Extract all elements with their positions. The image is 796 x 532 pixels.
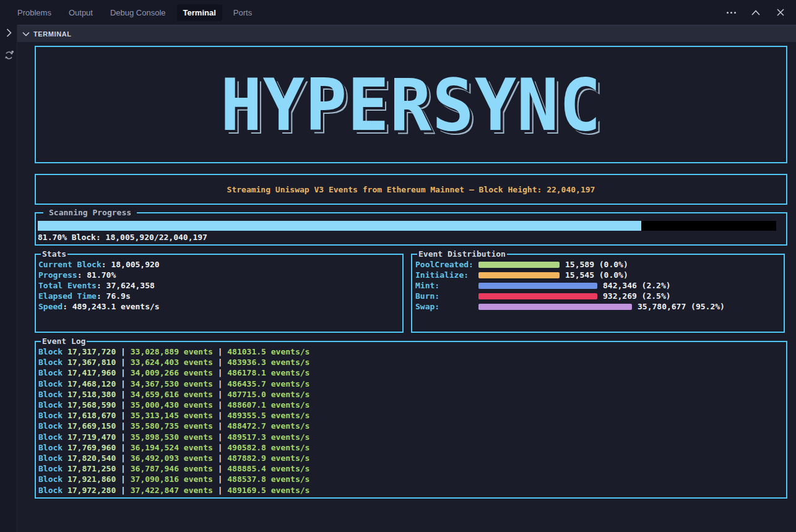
scanning-progress-box: Scanning Progress 81.70% Block: 18,005,9… [35,212,787,246]
log-row: Block 17,568,590 | 35,000,430 events | 4… [38,400,309,410]
terminal-section-title: TERMINAL [33,30,72,38]
banner-box: HYPERSYNC [35,46,787,163]
event-distribution-title: Event Distribution [417,249,507,259]
panel-tabs: Problems Output Debug Console Terminal P… [0,4,258,21]
event-log-list: Block 17,317,720 | 33,028,889 events | 4… [38,346,309,496]
distribution-row: PoolCreated: 15,589 (0.0%) [415,259,782,270]
log-row: Block 17,820,540 | 36,492,093 events | 4… [38,453,309,463]
progress-bar-fill [38,221,641,231]
tab-terminal[interactable]: Terminal [177,4,222,21]
chevron-down-icon[interactable] [22,32,30,36]
distribution-bar [478,272,560,278]
panel-tabbar: Problems Output Debug Console Terminal P… [0,0,796,25]
stat-row: Elapsed Time: 76.9s [38,291,160,301]
event-log-box: Event Log Block 17,317,720 | 33,028,889 … [35,341,787,499]
terminal-viewport[interactable]: HYPERSYNC Streaming Uniswap V3 Events fr… [17,42,796,532]
log-row: Block 17,871,250 | 36,787,946 events | 4… [38,463,309,474]
log-row: Block 17,921,860 | 37,090,816 events | 4… [38,474,309,484]
log-row: Block 17,669,150 | 35,580,735 events | 4… [38,421,309,431]
distribution-bar [478,283,597,289]
tab-problems[interactable]: Problems [11,4,58,21]
sync-arrows-icon[interactable] [0,47,17,63]
stat-row: Progress: 81.70% [38,270,160,280]
distribution-row: Burn: 932,269 (2.5%) [415,291,782,301]
scanning-progress-title: Scanning Progress [43,208,137,218]
log-row: Block 17,468,120 | 34,367,530 events | 4… [38,379,309,389]
ascii-banner-title: HYPERSYNC [220,69,602,140]
stats-box: Stats Current Block: 18,005,920 Progress… [35,254,404,333]
close-panel-icon[interactable] [772,4,789,20]
stat-row: Speed: 489,243.1 events/s [38,301,160,312]
stat-row: Total Events: 37,624,358 [38,280,160,291]
tab-ports[interactable]: Ports [227,4,258,21]
event-log-title: Event Log [41,337,87,346]
log-row: Block 17,618,670 | 35,313,145 events | 4… [38,410,309,421]
chevron-right-icon[interactable] [0,25,17,41]
panel-controls [723,0,789,25]
distribution-row: Mint: 842,346 (2.2%) [415,280,782,291]
progress-label: 81.70% Block: 18,005,920/22,040,197 [38,233,207,242]
more-actions-icon[interactable] [723,4,739,20]
stat-row: Current Block: 18,005,920 [38,259,160,270]
distribution-row: Swap: 35,780,677 (95.2%) [415,301,782,312]
distribution-bar [478,304,632,310]
log-row: Block 17,367,810 | 33,624,403 events | 4… [38,357,309,367]
terminal-section-header: TERMINAL [17,25,796,42]
event-distribution-list: PoolCreated: 15,589 (0.0%) Initialize: 1… [415,259,782,312]
stats-title: Stats [41,249,67,259]
tab-debug-console[interactable]: Debug Console [104,4,172,21]
progress-bar-track [38,221,776,231]
tab-output[interactable]: Output [63,4,99,21]
log-row: Block 17,417,960 | 34,009,266 events | 4… [38,367,309,378]
log-row: Block 17,317,720 | 33,028,889 events | 4… [38,346,309,357]
maximize-panel-icon[interactable] [748,4,764,20]
log-row: Block 17,719,470 | 35,898,530 events | 4… [38,432,309,442]
panel-side-strip [0,25,17,532]
distribution-bar [478,293,597,299]
distribution-row: Initialize: 15,545 (0.0%) [415,270,782,280]
log-row: Block 17,769,960 | 36,194,524 events | 4… [38,442,309,453]
stats-list: Current Block: 18,005,920 Progress: 81.7… [38,259,160,312]
log-row: Block 17,518,380 | 34,659,616 events | 4… [38,389,309,400]
log-row: Block 17,972,280 | 37,422,847 events | 4… [38,485,309,496]
streaming-status-text: Streaming Uniswap V3 Events from Ethereu… [227,185,595,194]
status-box: Streaming Uniswap V3 Events from Ethereu… [35,174,787,205]
event-distribution-box: Event Distribution PoolCreated: 15,589 (… [411,254,785,333]
distribution-bar [478,262,560,268]
vscode-panel-window: Problems Output Debug Console Terminal P… [0,0,796,532]
